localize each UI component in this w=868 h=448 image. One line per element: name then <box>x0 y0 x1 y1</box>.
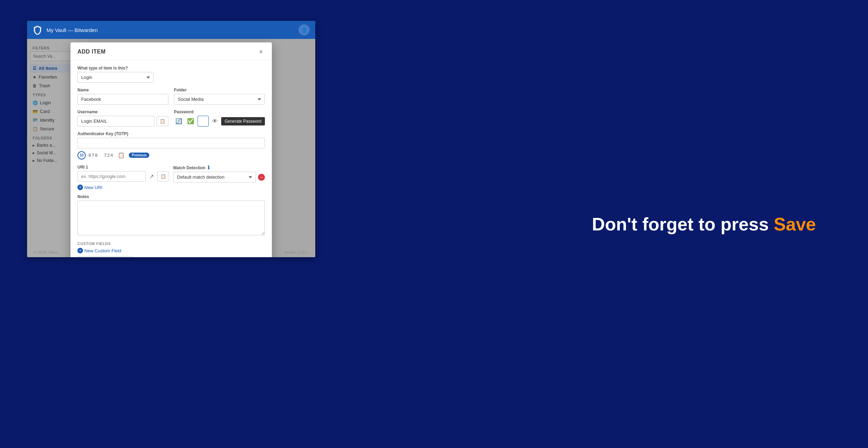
name-label: Name <box>77 88 168 92</box>
username-input-row: 📋 <box>77 116 168 127</box>
regenerate-password-button[interactable]: 🔄 <box>174 116 184 126</box>
type-select[interactable]: Login Card Identity Secure Note <box>77 72 154 83</box>
check-password-button[interactable]: ✅ <box>186 116 195 126</box>
type-section: What type of item is this? Login Card Id… <box>77 66 265 83</box>
name-folder-row: Name Folder Social Media No Folder Banks <box>77 88 265 105</box>
notes-group: Notes <box>77 194 265 237</box>
avatar[interactable]: 👤 <box>299 24 310 35</box>
folder-select[interactable]: Social Media No Folder Banks <box>174 94 265 105</box>
password-label: Password <box>174 109 265 114</box>
app-footer: © 2020, Bitwa... Version 2.15.1 <box>27 247 315 257</box>
notes-label: Notes <box>77 194 265 199</box>
match-detection-info-icon[interactable]: ℹ <box>208 165 209 170</box>
name-input[interactable] <box>77 94 168 105</box>
folder-label: Folder <box>174 88 265 92</box>
match-detection-label: Match Detection ℹ <box>173 165 265 170</box>
uri-input-row: ↗ 📋 <box>77 171 169 182</box>
add-item-modal: ADD ITEM × What type of item is this? Lo… <box>70 42 272 257</box>
bitwarden-logo <box>33 25 42 35</box>
uri-match-row: URI 1 ↗ 📋 Match Detection ℹ <box>77 165 265 182</box>
match-detection-input-row: Default match detection Base domain Host… <box>173 172 265 182</box>
toggle-password-button[interactable]: 👁 <box>211 117 219 126</box>
version-text: Version 2.15.1 <box>284 250 308 254</box>
uri-redirect-button[interactable]: ↗ <box>148 172 155 181</box>
copy-uri-button[interactable]: 📋 <box>157 171 169 181</box>
right-message: Don't forget to press Save <box>592 214 816 235</box>
password-input[interactable] <box>198 116 209 127</box>
uri-label: URI 1 <box>77 165 169 170</box>
username-label: Username <box>77 109 168 114</box>
copyright-text: © 2020, Bitwa... <box>34 250 61 254</box>
modal-overlay: ADD ITEM × What type of item is this? Lo… <box>27 39 315 257</box>
totp-label: Authenticator Key (TOTP) <box>77 131 265 136</box>
copy-totp-button[interactable]: 📋 <box>116 150 126 160</box>
type-label: What type of item is this? <box>77 66 265 71</box>
modal-header: ADD ITEM × <box>70 42 272 60</box>
totp-row: 10 878 724 📋 Premium <box>77 150 265 160</box>
match-detection-group: Match Detection ℹ Default match detectio… <box>173 165 265 182</box>
match-detection-select[interactable]: Default match detection Base domain Host… <box>173 172 256 182</box>
save-highlight: Save <box>774 214 816 234</box>
uri-input[interactable] <box>77 171 146 182</box>
password-input-wrapper <box>198 116 209 127</box>
copy-username-button[interactable]: 📋 <box>157 116 168 126</box>
name-group: Name <box>77 88 168 105</box>
new-uri-button[interactable]: + New URI <box>77 185 102 190</box>
custom-fields-title: CUSTOM FIELDS <box>77 242 265 246</box>
totp-group: Authenticator Key (TOTP) 10 878 724 📋 Pr… <box>77 131 265 160</box>
type-select-wrapper: Login Card Identity Secure Note <box>77 72 154 83</box>
close-button[interactable]: × <box>257 48 265 56</box>
remove-uri-button[interactable]: − <box>258 174 265 181</box>
folder-group: Folder Social Media No Folder Banks <box>174 88 265 105</box>
premium-badge: Premium <box>129 153 149 158</box>
plus-circle-icon: + <box>77 185 83 190</box>
app-title: My Vault — Bitwarden <box>47 27 294 33</box>
password-group: Password 🔄 ✅ 👁 Generate Password <box>174 109 265 127</box>
username-input[interactable] <box>77 116 155 127</box>
totp-input[interactable] <box>77 138 265 148</box>
modal-body: What type of item is this? Login Card Id… <box>70 60 272 257</box>
uri-group: URI 1 ↗ 📋 <box>77 165 169 182</box>
modal-title: ADD ITEM <box>77 49 106 55</box>
totp-timer: 10 <box>77 151 86 160</box>
username-password-row: Username 📋 Password 🔄 ✅ <box>77 109 265 127</box>
generate-password-tooltip: Generate Password <box>221 117 265 125</box>
totp-code: 878 724 <box>89 153 114 158</box>
app-topbar: My Vault — Bitwarden 👤 <box>27 21 315 39</box>
app-window: My Vault — Bitwarden 👤 FILTERS ☰ All Ite… <box>27 21 315 257</box>
notes-textarea[interactable] <box>77 201 265 235</box>
password-input-row: 🔄 ✅ 👁 Generate Password <box>174 116 265 127</box>
username-group: Username 📋 <box>77 109 168 127</box>
